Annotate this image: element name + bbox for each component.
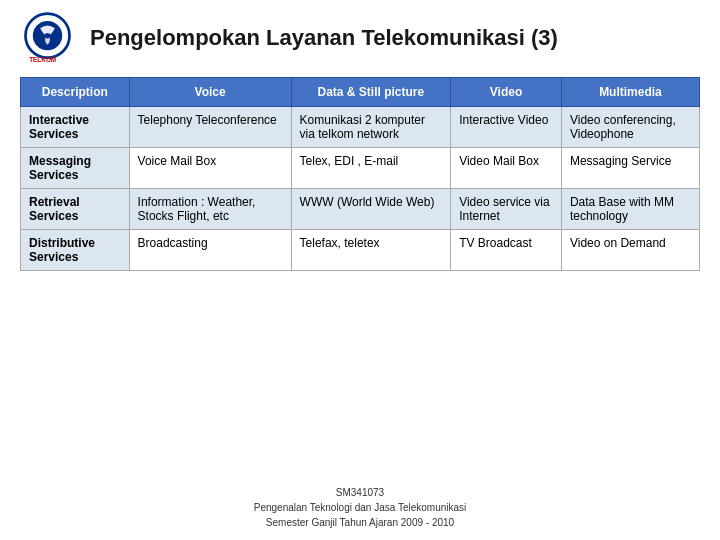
table-cell: Messaging Services: [21, 148, 130, 189]
table-cell: WWW (World Wide Web): [291, 189, 451, 230]
table-cell: Video service via Internet: [451, 189, 562, 230]
svg-point-2: [45, 33, 51, 39]
table-cell: Messaging Service: [561, 148, 699, 189]
col-data-still: Data & Still picture: [291, 78, 451, 107]
page: TELKOM Pengelompokan Layanan Telekomunik…: [0, 0, 720, 540]
table-cell: Voice Mail Box: [129, 148, 291, 189]
svg-text:TELKOM: TELKOM: [29, 56, 56, 63]
footer-line3: Semester Ganjil Tahun Ajaran 2009 - 2010: [20, 515, 700, 530]
table-cell: Retrieval Services: [21, 189, 130, 230]
table-cell: Distributive Services: [21, 230, 130, 271]
table-cell: Telefax, teletex: [291, 230, 451, 271]
services-table: Description Voice Data & Still picture V…: [20, 77, 700, 271]
table-cell: Telephony Teleconference: [129, 107, 291, 148]
col-multimedia: Multimedia: [561, 78, 699, 107]
page-title: Pengelompokan Layanan Telekomunikasi (3): [90, 25, 558, 51]
table-cell: Interactive Video: [451, 107, 562, 148]
table-row: Distributive ServicesBroadcastingTelefax…: [21, 230, 700, 271]
footer: SM341073 Pengenalan Teknologi dan Jasa T…: [20, 485, 700, 530]
table-cell: Interactive Services: [21, 107, 130, 148]
main-table-container: Description Voice Data & Still picture V…: [20, 77, 700, 477]
col-voice: Voice: [129, 78, 291, 107]
table-row: Retrieval ServicesInformation : Weather,…: [21, 189, 700, 230]
table-cell: Telex, EDI , E-mail: [291, 148, 451, 189]
table-cell: Information : Weather, Stocks Flight, et…: [129, 189, 291, 230]
table-cell: TV Broadcast: [451, 230, 562, 271]
col-video: Video: [451, 78, 562, 107]
telkom-logo: TELKOM: [20, 10, 75, 65]
table-cell: Broadcasting: [129, 230, 291, 271]
table-cell: Data Base with MM technology: [561, 189, 699, 230]
col-description: Description: [21, 78, 130, 107]
table-cell: Video conferencing, Videophone: [561, 107, 699, 148]
table-row: Messaging ServicesVoice Mail BoxTelex, E…: [21, 148, 700, 189]
footer-line2: Pengenalan Teknologi dan Jasa Telekomuni…: [20, 500, 700, 515]
table-cell: Video Mail Box: [451, 148, 562, 189]
table-header-row: Description Voice Data & Still picture V…: [21, 78, 700, 107]
table-cell: Video on Demand: [561, 230, 699, 271]
footer-line1: SM341073: [20, 485, 700, 500]
table-row: Interactive ServicesTelephony Teleconfer…: [21, 107, 700, 148]
header: TELKOM Pengelompokan Layanan Telekomunik…: [20, 10, 700, 65]
table-cell: Komunikasi 2 komputer via telkom network: [291, 107, 451, 148]
